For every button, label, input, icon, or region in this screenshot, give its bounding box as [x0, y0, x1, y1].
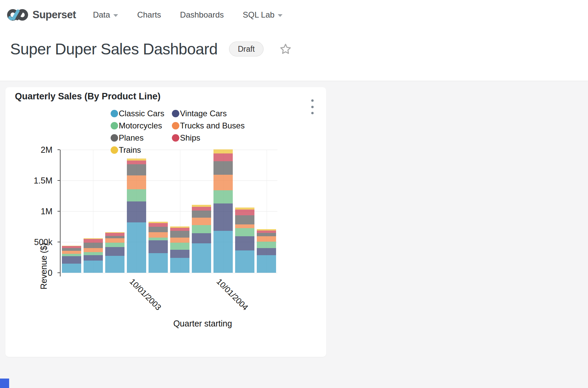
- bar-04/01/2003: [84, 150, 103, 273]
- chart-legend: Classic CarsVintage CarsMotorcyclesTruck…: [111, 107, 245, 156]
- nav-item-sql-lab[interactable]: SQL Lab: [243, 10, 282, 20]
- bar-segment-Planes[interactable]: [84, 243, 103, 248]
- bar-07/01/2003: [105, 150, 125, 273]
- bar-segment-Planes[interactable]: [62, 248, 81, 251]
- bar-segment-Vintage Cars[interactable]: [62, 256, 81, 263]
- bar-segment-Planes[interactable]: [105, 236, 125, 238]
- bar-segment-Vintage Cars[interactable]: [192, 233, 211, 243]
- bar-segment-Trains[interactable]: [235, 208, 254, 210]
- bar-segment-Trains[interactable]: [149, 222, 168, 223]
- bar-segment-Ships[interactable]: [84, 239, 103, 243]
- favorite-star-icon[interactable]: [279, 43, 292, 55]
- y-tick-mark: [58, 211, 60, 212]
- legend-label: Trains: [119, 145, 141, 155]
- bar-segment-Vintage Cars[interactable]: [149, 240, 168, 253]
- bar-segment-Ships[interactable]: [149, 223, 168, 227]
- bar-segment-Vintage Cars[interactable]: [235, 236, 254, 250]
- chart-plot-area: Revenue ($) Quarter starting 0500k1M1.5M…: [61, 150, 277, 273]
- bar-segment-Classic Cars[interactable]: [149, 253, 168, 273]
- y-tick-mark: [58, 242, 60, 242]
- bar-segment-Ships[interactable]: [62, 246, 81, 248]
- legend-item-Planes[interactable]: Planes: [111, 132, 172, 144]
- bar-segment-Trains[interactable]: [127, 159, 146, 161]
- bar-segment-Trains[interactable]: [192, 205, 211, 207]
- superset-logo[interactable]: Superset: [7, 8, 76, 22]
- legend-item-Trucks and Buses[interactable]: Trucks and Buses: [172, 120, 245, 132]
- bar-segment-Motorcycles[interactable]: [62, 254, 81, 256]
- bar-segment-Motorcycles[interactable]: [213, 190, 233, 203]
- bar-segment-Planes[interactable]: [149, 227, 168, 232]
- bar-segment-Planes[interactable]: [213, 161, 233, 174]
- legend-color-dot: [111, 110, 118, 117]
- bar-segment-Ships[interactable]: [170, 228, 189, 231]
- bar-segment-Trucks and Buses[interactable]: [213, 175, 233, 191]
- bar-segment-Motorcycles[interactable]: [149, 238, 168, 240]
- bar-segment-Trains[interactable]: [62, 246, 81, 246]
- bar-segment-Ships[interactable]: [235, 210, 254, 215]
- bar-segment-Motorcycles[interactable]: [170, 243, 189, 250]
- bar-segment-Trucks and Buses[interactable]: [127, 175, 146, 189]
- bar-segment-Classic Cars[interactable]: [105, 256, 125, 273]
- bar-segment-Ships[interactable]: [257, 231, 276, 233]
- bar-segment-Trains[interactable]: [105, 232, 125, 233]
- legend-label: Planes: [119, 133, 143, 143]
- bar-segment-Planes[interactable]: [235, 215, 254, 224]
- bar-segment-Classic Cars[interactable]: [127, 222, 146, 273]
- bar-04/01/2004: [170, 150, 189, 273]
- bar-segment-Motorcycles[interactable]: [192, 225, 211, 233]
- bar-segment-Planes[interactable]: [170, 231, 189, 238]
- superset-infinity-icon: [7, 8, 28, 22]
- legend-item-Ships[interactable]: Ships: [172, 132, 245, 144]
- bar-segment-Planes[interactable]: [127, 164, 146, 175]
- bar-segment-Trains[interactable]: [84, 238, 103, 239]
- bar-segment-Vintage Cars[interactable]: [84, 255, 103, 261]
- bar-segment-Trucks and Buses[interactable]: [235, 224, 254, 228]
- x-tick-label: 10/01/2004: [214, 277, 250, 312]
- bar-segment-Planes[interactable]: [257, 233, 276, 236]
- bar-10/01/2004: [213, 150, 233, 273]
- nav-item-charts[interactable]: Charts: [137, 10, 161, 20]
- bar-segment-Vintage Cars[interactable]: [127, 201, 146, 222]
- bar-segment-Vintage Cars[interactable]: [213, 203, 233, 231]
- bar-segment-Classic Cars[interactable]: [84, 261, 103, 273]
- legend-color-dot: [111, 146, 118, 154]
- legend-item-Trains[interactable]: Trains: [111, 144, 172, 156]
- bar-segment-Trucks and Buses[interactable]: [84, 248, 103, 252]
- bar-segment-Motorcycles[interactable]: [235, 228, 254, 236]
- bar-segment-Vintage Cars[interactable]: [170, 250, 189, 258]
- bar-segment-Planes[interactable]: [192, 211, 211, 218]
- bar-segment-Trucks and Buses[interactable]: [170, 238, 189, 243]
- bar-segment-Trains[interactable]: [170, 226, 189, 228]
- bar-segment-Trains[interactable]: [257, 229, 276, 231]
- bar-segment-Classic Cars[interactable]: [213, 231, 233, 273]
- legend-item-Vintage Cars[interactable]: Vintage Cars: [172, 107, 245, 120]
- bar-segment-Ships[interactable]: [105, 233, 125, 236]
- bar-01/01/2004: [149, 150, 168, 273]
- bar-segment-Trucks and Buses[interactable]: [192, 218, 211, 225]
- bar-segment-Classic Cars[interactable]: [257, 255, 276, 273]
- bar-segment-Motorcycles[interactable]: [127, 189, 146, 202]
- bar-segment-Ships[interactable]: [127, 161, 146, 164]
- bar-segment-Motorcycles[interactable]: [105, 243, 125, 247]
- bar-segment-Classic Cars[interactable]: [192, 243, 211, 273]
- bar-segment-Classic Cars[interactable]: [170, 258, 189, 273]
- bar-segment-Motorcycles[interactable]: [257, 242, 276, 248]
- bar-segment-Motorcycles[interactable]: [84, 252, 103, 255]
- bar-segment-Trucks and Buses[interactable]: [62, 251, 81, 254]
- bar-segment-Ships[interactable]: [192, 207, 211, 211]
- legend-item-Motorcycles[interactable]: Motorcycles: [111, 120, 172, 132]
- bar-segment-Vintage Cars[interactable]: [105, 247, 125, 256]
- status-badge[interactable]: Draft: [229, 42, 264, 56]
- nav-item-data[interactable]: Data: [93, 10, 118, 20]
- nav-item-dashboards[interactable]: Dashboards: [180, 10, 224, 20]
- legend-color-dot: [111, 122, 118, 129]
- bar-segment-Trucks and Buses[interactable]: [257, 236, 276, 242]
- bar-segment-Classic Cars[interactable]: [235, 250, 254, 273]
- bar-segment-Trucks and Buses[interactable]: [105, 238, 125, 243]
- legend-item-Classic Cars[interactable]: Classic Cars: [111, 107, 172, 120]
- chart-options-menu[interactable]: [308, 99, 316, 115]
- bar-segment-Vintage Cars[interactable]: [257, 248, 276, 255]
- bar-segment-Trucks and Buses[interactable]: [149, 232, 168, 238]
- bar-segment-Classic Cars[interactable]: [62, 264, 81, 273]
- top-navigation: Superset Data Charts Dashboards SQL Lab: [0, 0, 588, 30]
